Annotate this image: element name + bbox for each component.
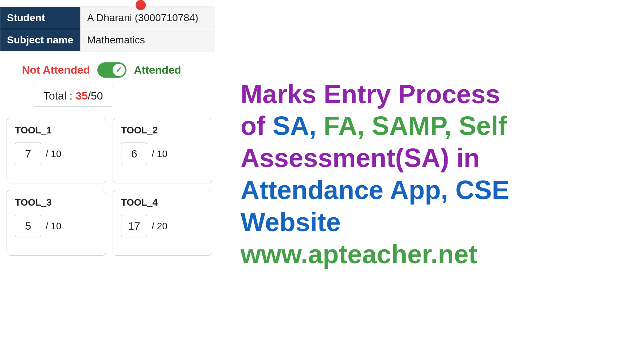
tool-4-input[interactable] [121,215,147,237]
promo-line-6: www.apteacher.net [241,239,626,269]
tool-1-title: TOOL_1 [15,125,98,136]
word-sa: SA, [273,111,316,140]
promo-line-5: Website [241,207,626,237]
tool-2-title: TOOL_2 [121,125,204,136]
promo-line-2: of SA, FA, SAMP, Self [241,111,626,141]
total-score-value: 35 [75,90,87,102]
promo-line-3: Assessment(SA) in [241,143,626,173]
promo-line-1: Marks Entry Process [241,79,626,109]
right-panel: Marks Entry Process of SA, FA, SAMP, Sel… [219,0,644,350]
tool-3-input[interactable] [15,215,41,237]
word-fa: FA, [324,111,364,140]
toggle-track: ✓ [97,62,126,78]
word-assessment: Assessment(SA) [241,143,449,172]
tool-card-1: TOOL_1 / 10 [7,118,106,183]
tool-card-2: TOOL_2 / 10 [113,118,212,183]
word-marks: Marks [241,79,316,109]
left-panel: Student A Dharani (3000710784) Subject n… [0,0,219,350]
word-self: Self [459,111,507,140]
red-dot-indicator [136,0,146,10]
promo-line-4: Attendance App, CSE [241,175,626,205]
subject-value: Mathematics [81,29,215,51]
attendance-row: Not Attended ✓ Attended [22,62,219,78]
toggle-check-icon: ✓ [116,65,122,75]
student-row: Student A Dharani (3000710784) [0,7,215,29]
tool-4-title: TOOL_4 [121,197,204,208]
word-samp: SAMP, [372,111,452,140]
attended-label: Attended [134,64,181,76]
attendance-toggle[interactable]: ✓ [97,62,126,78]
total-label: Total : [43,90,75,102]
tool-3-input-row: / 10 [15,215,98,237]
word-entry: Entry [324,79,391,109]
student-info-table: Student A Dharani (3000710784) Subject n… [0,7,215,51]
tool-4-max: / 20 [152,221,167,232]
word-app: App, [390,175,448,205]
tool-4-input-row: / 20 [121,215,204,237]
word-attendance: Attendance [241,175,383,205]
word-website: Website [241,207,341,237]
tool-1-input-row: / 10 [15,143,98,165]
subject-label: Subject name [0,29,81,51]
word-of: of [241,111,265,140]
toggle-thumb: ✓ [113,64,125,76]
word-url: www.apteacher.net [241,240,477,269]
total-score-box: Total : 35/50 [33,85,113,107]
tool-grid: TOOL_1 / 10 TOOL_2 / 10 TOOL_3 / 10 TOOL… [0,118,219,256]
student-value: A Dharani (3000710784) [81,7,215,29]
tool-3-max: / 10 [46,221,61,232]
word-process: Process [398,79,500,109]
tool-2-max: / 10 [152,148,167,160]
tool-1-max: / 10 [46,148,61,160]
total-max-value: /50 [88,90,103,102]
tool-1-input[interactable] [15,143,41,165]
tool-2-input-row: / 10 [121,143,204,165]
tool-2-input[interactable] [121,143,147,165]
not-attended-label: Not Attended [22,64,90,76]
tool-3-title: TOOL_3 [15,197,98,208]
word-cse: CSE [455,175,509,205]
word-in: in [456,143,480,172]
tool-card-4: TOOL_4 / 20 [113,190,212,256]
subject-row: Subject name Mathematics [0,29,215,51]
tool-card-3: TOOL_3 / 10 [7,190,106,256]
student-label: Student [0,7,81,29]
